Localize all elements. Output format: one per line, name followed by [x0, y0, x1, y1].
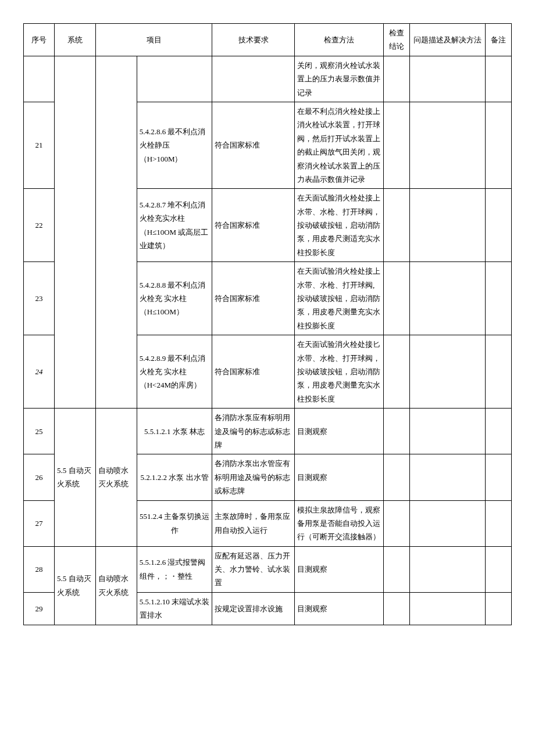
cell-result [384, 409, 410, 454]
cell-seq: 24 [24, 335, 55, 409]
cell-method: 目测观察 [295, 592, 384, 625]
cell-req: 符合国家标准 [212, 335, 295, 409]
col-method: 检查方法 [295, 24, 384, 56]
cell-seq: 23 [24, 262, 55, 335]
cell-seq: 25 [24, 409, 55, 454]
cell-sys: 5.5 自动灭火系统 [55, 409, 96, 547]
cell-req: 按规定设置排水设施 [212, 592, 295, 625]
cell-result [384, 500, 410, 546]
cell-desc [410, 262, 486, 335]
cell-item: 5.4.2.8.9 最不利点消火栓充 实水柱（H<24M的库房） [137, 335, 212, 409]
cell-note [486, 262, 512, 335]
header-row: 序号 系统 项目 技术要求 检查方法 检查结论 问题描述及解决方法 备注 [24, 24, 512, 56]
cell-note [486, 102, 512, 188]
cell-method: 在天面试验消火栓处接上水带、水枪、打开球阀, 按动破玻按钮，启动消防泵，用皮卷尺… [295, 262, 384, 335]
cell-method: 在最不利点消火栓处接上消火栓试水装置，打开球阀，然后打开试水装置上的截止阀放气田… [295, 102, 384, 188]
cell-method: 在天面试脸消火栓处接上水带、水枪、打开球阀，按动破破按钮，启动消防泵，用皮卷尺测… [295, 189, 384, 262]
cell-req: 主泵故障时，备用泵应用自动投入运行 [212, 500, 295, 546]
cell-result [384, 454, 410, 500]
cell-item: 5.4.2.8.7 堆不利点消火栓充实水柱（H≤10OM 或高层工业建筑） [137, 189, 212, 262]
cell-note [486, 546, 512, 592]
cell-note [486, 189, 512, 262]
cell-req [212, 56, 295, 102]
cell-req: 符合国家标准 [212, 189, 295, 262]
col-result: 检查结论 [384, 24, 410, 56]
cell-item: 5.5.1.2.6 湿式报警阀组件，；・整性 [137, 546, 212, 592]
cell-desc [410, 56, 486, 102]
cell-sub: 自动喷水灭火系统 [95, 546, 137, 625]
col-note: 备注 [486, 24, 512, 56]
table-row: 28 5.5 自动灭火系统 自动喷水灭火系统 5.5.1.2.6 湿式报警阀组件… [24, 546, 512, 592]
cell-method: 目测观察 [295, 454, 384, 500]
cell-item [137, 56, 212, 102]
cell-method: 在天面试验消火栓处接匕水带、水枪、打开球阀，按动破玻按钮，启动消防泵，用皮卷尺测… [295, 335, 384, 409]
cell-method: 关闭，观察消火栓试水装置上的压力表显示数值并记录 [295, 56, 384, 102]
cell-item: 5.5.1.2.1 水泵 林志 [137, 409, 212, 454]
cell-item: 5.2.1.2.2 水泵 出水管 [137, 454, 212, 500]
cell-req: 应配有延迟器、压力开关、水力警铃、试水装置 [212, 546, 295, 592]
cell-desc [410, 500, 486, 546]
cell-note [486, 592, 512, 625]
col-desc: 问题描述及解决方法 [410, 24, 486, 56]
cell-seq: 27 [24, 500, 55, 546]
cell-note [486, 500, 512, 546]
cell-note [486, 335, 512, 409]
cell-result [384, 262, 410, 335]
cell-method: 目测观察 [295, 546, 384, 592]
cell-result [384, 592, 410, 625]
cell-desc [410, 546, 486, 592]
cell-result [384, 546, 410, 592]
cell-sys [55, 56, 96, 408]
cell-sub [95, 56, 137, 408]
cell-seq: 26 [24, 454, 55, 500]
cell-item: 5.4.2.8.6 最不利点消火栓静压（H>100M） [137, 102, 212, 188]
cell-desc [410, 592, 486, 625]
table-row: 关闭，观察消火栓试水装置上的压力表显示数值并记录 [24, 56, 512, 102]
cell-seq [24, 56, 55, 102]
cell-note [486, 454, 512, 500]
cell-item: 551.2.4 主备泵切换运作 [137, 500, 212, 546]
inspection-table: 序号 系统 项目 技术要求 检查方法 检查结论 问题描述及解决方法 备注 关闭，… [23, 23, 512, 625]
cell-note [486, 56, 512, 102]
cell-sys: 5.5 自动灭火系统 [55, 546, 96, 625]
cell-result [384, 189, 410, 262]
cell-desc [410, 409, 486, 454]
cell-item: 5.5.1.2.10 末端试水装置排水 [137, 592, 212, 625]
cell-seq: 21 [24, 102, 55, 188]
cell-req: 符合国家标准 [212, 102, 295, 188]
cell-method: 模拟主泉故障信号，观察备用泵是否能自动投入运行（可断开交流接触器） [295, 500, 384, 546]
cell-result [384, 56, 410, 102]
cell-seq: 28 [24, 546, 55, 592]
cell-sub: 自动喷水灭火系统 [95, 409, 137, 547]
cell-note [486, 409, 512, 454]
cell-desc [410, 102, 486, 188]
cell-seq: 29 [24, 592, 55, 625]
col-sys: 系统 [55, 24, 96, 56]
col-seq: 序号 [24, 24, 55, 56]
cell-result [384, 102, 410, 188]
cell-item: 5.4.2.8.8 最不利点消火栓充 实水柱（H≤10OM） [137, 262, 212, 335]
cell-result [384, 335, 410, 409]
col-item: 项目 [95, 24, 212, 56]
cell-req: 各消防水泵出水管应有标明用途及编号的标志或标志牌 [212, 454, 295, 500]
cell-desc [410, 189, 486, 262]
table-row: 25 5.5 自动灭火系统 自动喷水灭火系统 5.5.1.2.1 水泵 林志 各… [24, 409, 512, 454]
col-req: 技术要求 [212, 24, 295, 56]
cell-desc [410, 335, 486, 409]
cell-method: 目测观察 [295, 409, 384, 454]
cell-seq: 22 [24, 189, 55, 262]
cell-desc [410, 454, 486, 500]
cell-req: 符合国家标准 [212, 262, 295, 335]
cell-req: 各消防水泵应有标明用途及编号的标志或标志牌 [212, 409, 295, 454]
